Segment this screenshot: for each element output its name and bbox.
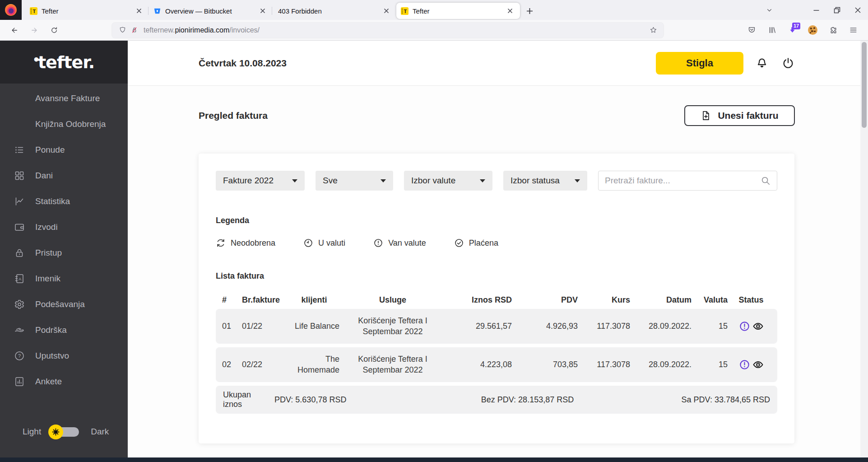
year-filter-dropdown[interactable]: Fakture 2022 [216,171,305,191]
cookie-icon [808,25,817,35]
status-exclamation-icon[interactable] [739,359,750,370]
library-icon[interactable] [764,22,780,38]
bookmark-star-icon[interactable] [647,24,659,36]
insecure-lock-icon[interactable] [128,24,140,36]
sidebar-item-label: Dani [35,171,53,181]
sidebar-item-label: Izvodi [35,222,58,232]
tab-close-icon[interactable] [505,5,515,16]
new-tab-button[interactable] [522,3,537,19]
list-all-tabs-button[interactable] [759,0,780,20]
filters-row: Fakture 2022 Sve Izbor valute Izbor stat… [216,171,777,191]
tab-bitbucket[interactable]: Overview — Bitbucket [149,3,273,19]
status-exclamation-icon[interactable] [739,321,750,332]
screen: T Tefter Overview — Bitbucket 403 Forbid… [0,0,868,462]
col-status: Status [731,295,771,305]
close-window-button[interactable] [847,0,868,20]
no-icon [14,93,25,104]
search-box [598,171,777,191]
sidebar-item-statistika[interactable]: Statistika [0,188,128,214]
url-text: tefternew.pionirimedia.com/invoices/ [144,26,647,34]
firefox-button[interactable] [0,0,22,20]
downloads-extension-icon[interactable]: 17 [784,22,800,38]
title-row: Pregled faktura Unesi fakturu [128,105,860,126]
sidebar-item-label: Ankete [35,377,62,387]
cell-klijent: Life Balance [289,321,339,331]
back-button[interactable] [6,22,23,38]
bottom-strip [0,457,868,462]
tab-title: Tefter [413,7,505,15]
add-invoice-button[interactable]: Unesi fakturu [684,105,795,126]
client-filter-dropdown[interactable]: Sve [316,171,393,191]
status-filter-dropdown[interactable]: Izbor statusa [503,171,587,191]
sidebar: •tefter. Avansne Fakture Knjižna Odobren… [0,41,128,457]
usluga-line2: Septembar 2022 [362,365,422,374]
extensions-puzzle-icon[interactable] [825,22,841,38]
minimize-button[interactable] [806,0,826,20]
cell-usluga: Korišćenje Teftera ISeptembar 2022 [343,354,442,375]
currency-filter-value: Izbor valute [411,176,455,186]
restore-button[interactable] [826,0,847,20]
tab-tefter-1[interactable]: T Tefter [25,3,149,19]
theme-switch[interactable] [51,427,79,437]
tab-403-forbidden[interactable]: 403 Forbidden [273,3,396,19]
chevron-down-icon [480,179,485,182]
cell-kurs: 117.3078 [581,321,630,331]
sidebar-item-knjizna-odobrenja[interactable]: Knjižna Odobrenja [0,111,128,137]
sidebar-item-avansne-fakture[interactable]: Avansne Fakture [0,85,128,111]
logout-button[interactable] [780,56,796,71]
legend-row: Neodobrena U valuti Van valute Plaćena [216,238,777,248]
cell-valuta: 15 [695,359,728,370]
search-input[interactable] [605,176,761,186]
sidebar-item-uputstvo[interactable]: ? Uputstvo [0,343,128,369]
sidebar-item-izvodi[interactable]: Izvodi [0,214,128,240]
url-bar[interactable]: tefternew.pionirimedia.com/invoices/ [112,23,664,38]
chevron-down-icon [766,6,773,14]
sidebar-item-imenik[interactable]: A Imenik [0,266,128,291]
sidebar-item-label: Knjižna Odobrenja [35,119,106,129]
forward-button[interactable] [26,22,42,38]
theme-dark-label: Dark [91,427,109,437]
cell-kurs: 117.3078 [581,359,630,370]
notifications-button[interactable] [754,56,770,71]
cell-br-fakture: 01/22 [242,321,285,331]
scrollbar-thumb[interactable] [862,42,867,128]
sidebar-item-dani[interactable]: Dani [0,163,128,188]
pocket-icon[interactable] [743,22,760,38]
stigla-button[interactable]: Stigla [656,52,743,75]
support-hand-icon [14,324,25,336]
sidebar-item-podrska[interactable]: Podrška [0,317,128,343]
tab-close-icon[interactable] [381,5,392,16]
browser-scrollbar[interactable] [860,41,868,457]
cookie-extension-icon[interactable] [804,22,821,38]
web-page: •tefter. Avansne Fakture Knjižna Odobren… [0,41,868,457]
sidebar-item-pristup[interactable]: Pristup [0,240,128,266]
usluga-line2: Septembar 2022 [362,327,422,336]
sidebar-item-ankete[interactable]: Ankete [0,369,128,394]
tab-close-icon[interactable] [257,5,268,16]
legend-label: Neodobrena [231,238,275,248]
page-title: Pregled faktura [199,110,268,121]
wallet-icon [14,221,25,233]
invoices-card: Fakture 2022 Sve Izbor valute Izbor stat… [199,154,794,443]
sidebar-item-ponude[interactable]: Ponude [0,137,128,163]
legend-title: Legenda [216,216,777,225]
view-invoice-eye-icon[interactable] [752,321,764,332]
view-invoice-eye-icon[interactable] [752,359,764,370]
totals-row: Ukupan iznos PDV: 5.630,78 RSD Bez PDV: … [216,386,777,414]
sidebar-item-podesavanja[interactable]: Podešavanja [0,291,128,317]
tab-close-icon[interactable] [134,5,144,16]
menu-hamburger-icon[interactable] [845,22,861,38]
sidebar-logo[interactable]: •tefter. [0,41,128,84]
downloads-badge: 17 [792,23,800,29]
sun-icon [48,425,63,439]
tracking-shield-icon[interactable] [116,24,128,36]
lock-icon [14,247,25,259]
currency-filter-dropdown[interactable]: Izbor valute [404,171,492,191]
tab-tefter-active[interactable]: T Tefter [396,3,520,19]
col-valuta: Valuta [695,295,728,305]
bitbucket-favicon-icon [153,7,161,15]
col-pdv: PDV [515,295,578,305]
cell-status [731,321,771,332]
legend-label: U valuti [318,238,345,248]
reload-button[interactable] [46,22,62,38]
